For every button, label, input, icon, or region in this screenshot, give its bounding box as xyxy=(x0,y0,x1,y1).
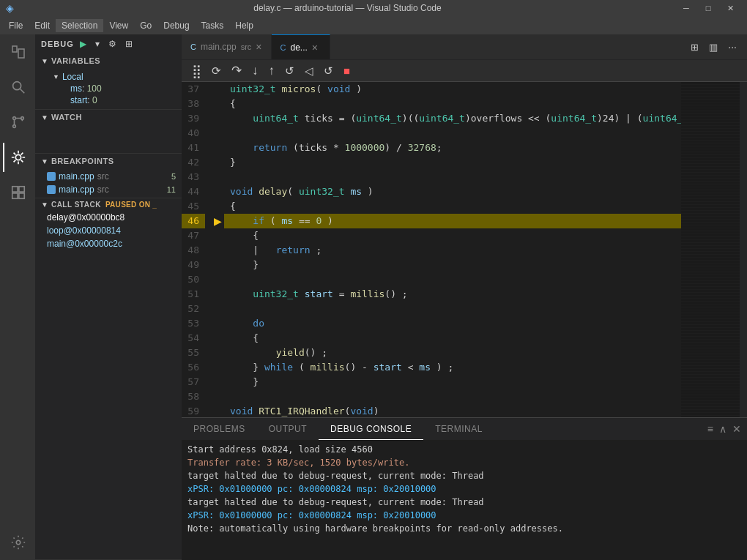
debug-split-button[interactable]: ⊞ xyxy=(122,37,135,51)
ln-46: 46 xyxy=(182,214,205,228)
ln-42: 42 xyxy=(182,155,205,170)
tab-main-cpp[interactable]: C main.cpp src × xyxy=(182,34,272,59)
svg-rect-0 xyxy=(12,46,17,52)
activity-explorer[interactable] xyxy=(3,37,32,67)
debug-stop-button[interactable]: ■ xyxy=(339,63,354,78)
tab-close-main[interactable]: × xyxy=(256,41,261,53)
debug-step-over-button[interactable]: ↷ xyxy=(227,61,246,80)
code-line-58 xyxy=(224,389,681,404)
svg-point-2 xyxy=(13,82,21,90)
activity-settings[interactable] xyxy=(3,531,32,560)
ln-56: 56 xyxy=(182,360,205,375)
panel-tab-terminal[interactable]: TERMINAL xyxy=(423,418,494,440)
var-start[interactable]: start: 0 xyxy=(47,94,182,106)
breakpoints-header[interactable]: ▼ BREAKPOINTS xyxy=(35,154,182,168)
callstack-header[interactable]: ▼ CALL STACK PAUSED ON _ xyxy=(35,198,182,211)
tab-src-label: src xyxy=(241,42,252,51)
clear-console-icon[interactable]: ≡ xyxy=(707,423,713,435)
menu-help[interactable]: Help xyxy=(229,19,259,32)
code-line-48: | return ; xyxy=(224,243,681,258)
debug-fwd-button[interactable]: ↺ xyxy=(319,63,338,79)
debug-back-button[interactable]: ◁ xyxy=(300,63,318,79)
svg-point-7 xyxy=(15,154,21,160)
activity-search[interactable] xyxy=(3,72,32,102)
code-editor[interactable]: 37 38 39 40 41 42 43 44 45 46 47 48 49 5… xyxy=(182,82,747,417)
var-ms[interactable]: ms: 100 xyxy=(47,83,182,94)
debug-config-button[interactable]: ⚙ xyxy=(105,37,119,51)
variables-content: ▼ Local ms: 100 start: 0 xyxy=(35,68,182,109)
cs-item-delay[interactable]: delay@0x00000bc8 xyxy=(35,211,182,224)
more-actions-button[interactable]: ··· xyxy=(724,40,741,54)
variables-header[interactable]: ▼ VARIABLES xyxy=(35,53,182,68)
menu-edit[interactable]: Edit xyxy=(29,19,56,32)
breakpoints-arrow: ▼ xyxy=(41,157,48,165)
debug-pause-button[interactable]: ⟳ xyxy=(207,63,226,79)
cs-item-main[interactable]: main@0x00000c2c xyxy=(35,237,182,250)
debug-step-out-button[interactable]: ↑ xyxy=(264,62,280,80)
debug-continue-button[interactable]: ⣿ xyxy=(187,61,206,81)
code-line-38: { xyxy=(224,97,681,111)
cs-item-loop[interactable]: loop@0x00000814 xyxy=(35,224,182,237)
code-line-41: return (ticks * 1000000) / 32768; xyxy=(224,141,681,155)
window-controls: ─ □ ✕ xyxy=(675,0,741,16)
watch-header[interactable]: ▼ WATCH xyxy=(35,110,182,124)
code-line-40 xyxy=(224,126,681,141)
debug-toolbar: ⣿ ⟳ ↷ ↓ ↑ ↺ ◁ ↺ ■ xyxy=(182,60,747,82)
bp-item-1[interactable]: main.cpp src 5 xyxy=(35,170,182,183)
console-line-3: target halted due to debug-request, curr… xyxy=(187,469,741,482)
debug-restart-button[interactable]: ↺ xyxy=(280,63,299,79)
editor-area: C main.cpp src × C de... × ⊞ ▥ ··· ⣿ ⟳ ↷… xyxy=(182,34,747,560)
menu-debug[interactable]: Debug xyxy=(157,19,195,32)
callstack-arrow: ▼ xyxy=(41,201,48,209)
breakpoints-section: ▼ BREAKPOINTS main.cpp src 5 main.cpp xyxy=(35,154,182,198)
sidebar: DEBUG ▶ ▾ ⚙ ⊞ ▼ VARIABLES ▼ Local ms: 10… xyxy=(35,34,182,560)
ln-45: 45 xyxy=(182,199,205,214)
debug-dropdown-button[interactable]: ▾ xyxy=(92,37,103,51)
menu-tasks[interactable]: Tasks xyxy=(196,19,230,32)
menu-selection[interactable]: Selection xyxy=(56,19,103,32)
bp-item-2[interactable]: main.cpp src 11 xyxy=(35,183,182,196)
panel-close-icon[interactable]: ✕ xyxy=(732,423,741,435)
menu-go[interactable]: Go xyxy=(134,19,157,32)
main-layout: DEBUG ▶ ▾ ⚙ ⊞ ▼ VARIABLES ▼ Local ms: 10… xyxy=(0,34,747,560)
close-button[interactable]: ✕ xyxy=(719,0,741,16)
bp-checkbox-1 xyxy=(47,172,56,181)
ln-54: 54 xyxy=(182,331,205,346)
menu-file[interactable]: File xyxy=(3,19,29,32)
code-line-53: do xyxy=(224,316,681,331)
panel-collapse-icon[interactable]: ∧ xyxy=(719,423,726,435)
minimize-button[interactable]: ─ xyxy=(675,0,697,16)
activity-scm[interactable] xyxy=(3,108,32,137)
panel-tab-output[interactable]: OUTPUT xyxy=(257,418,319,440)
code-line-39: uint64_t ticks = (uint64_t)((uint64_t)ov… xyxy=(224,111,681,126)
menu-view[interactable]: View xyxy=(103,19,134,32)
maximize-button[interactable]: □ xyxy=(697,0,719,16)
ln-44: 44 xyxy=(182,184,205,199)
code-line-57: } xyxy=(224,375,681,389)
panel-tab-debug-console[interactable]: DEBUG CONSOLE xyxy=(319,418,423,440)
ln-51: 51 xyxy=(182,287,205,302)
tab-close-delay[interactable]: × xyxy=(312,42,318,53)
tab-icon-cpp: C xyxy=(190,42,196,51)
console-line-7: Note: automatically using hardware break… xyxy=(187,522,741,535)
debug-step-into-button[interactable]: ↓ xyxy=(248,62,263,80)
arrow-column: ▶ xyxy=(211,82,224,417)
var-ms-val: 100 xyxy=(87,83,102,94)
ln-58: 58 xyxy=(182,389,205,404)
svg-rect-10 xyxy=(12,193,18,198)
debug-play-button[interactable]: ▶ xyxy=(77,37,89,51)
ln-55: 55 xyxy=(182,346,205,360)
ln-52: 52 xyxy=(182,302,205,316)
tab-delay-c[interactable]: C de... × xyxy=(272,34,330,59)
panel-tab-problems[interactable]: PROBLEMS xyxy=(182,418,257,440)
activity-debug[interactable] xyxy=(3,143,32,172)
console-content: Start address 0x824, load size 4560 Tran… xyxy=(182,440,747,560)
code-area[interactable]: uint32_t micros( void ) { uint64_t ticks… xyxy=(224,82,681,417)
console-line-4: xPSR: 0x01000000 pc: 0x00000824 msp: 0x2… xyxy=(187,482,741,496)
editor-layout-button[interactable]: ▥ xyxy=(705,40,722,54)
activity-extensions[interactable] xyxy=(3,178,32,207)
split-editor-button[interactable]: ⊞ xyxy=(686,40,703,54)
vertical-scrollbar[interactable] xyxy=(740,82,747,417)
debug-arrow: ▶ xyxy=(211,214,224,228)
local-header[interactable]: ▼ Local xyxy=(47,71,182,83)
